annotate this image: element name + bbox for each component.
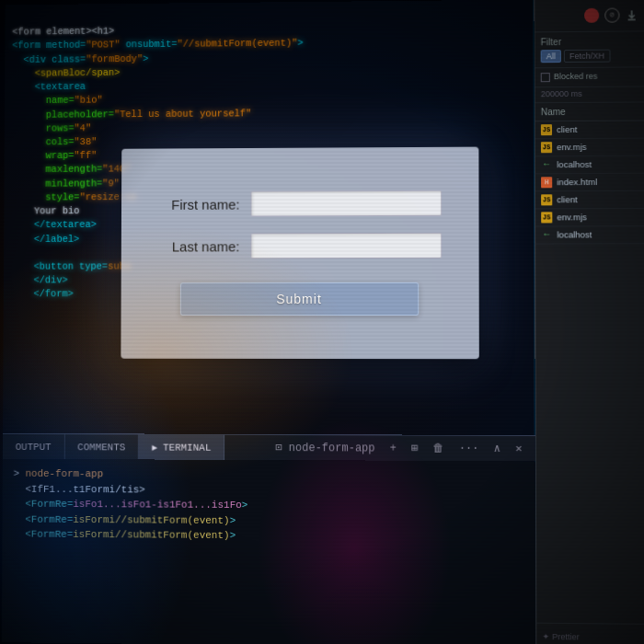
devtools-file-list: JS client JS env.mjs ← localhost H index… [535,121,644,624]
terminal-content: > node-form-app <IfF1...t1Formi/tis> <Fo… [2,459,536,644]
delete-terminal-btn[interactable]: 🗑 [429,440,447,457]
terminal-text-3c: > [242,500,248,511]
last-name-row: Last name: [157,233,442,259]
file-name: localhost [557,229,640,239]
devtools-panel: ⊘ Filter All Fetch/XH Blocked res 200000… [534,0,644,644]
file-item-client-js[interactable]: JS client [535,121,644,139]
html-icon: H [541,177,552,188]
js-icon: JS [541,124,552,135]
terminal-controls: ⊡ node-form-app + ⊞ 🗑 ··· ∧ ✕ [271,439,535,457]
last-name-input[interactable] [250,233,442,259]
split-terminal-btn[interactable]: ⊞ [408,440,421,457]
blocked-checkbox[interactable] [541,73,550,82]
terminal-text-5b: isFormi//submitForm(event) [73,529,229,541]
submit-row: Submit [157,282,442,316]
terminal-tab-bar: OUTPUT COMMENTS ▶ TERMINAL ⊡ node-form-a… [3,433,535,461]
js-icon: JS [541,212,552,223]
terminal-text: > [14,468,26,479]
prettier-label: ✦ Prettier [536,623,644,644]
file-name: client [557,194,640,204]
js-icon: JS [541,194,552,205]
name-column-header: Name [535,102,644,121]
arrow-icon: ← [541,229,552,240]
record-icon[interactable] [584,7,599,22]
comments-tab[interactable]: COMMENTS [64,434,139,459]
terminal-text-4: <FormRe= [13,513,73,524]
terminal-text-3: <FormRe= [13,499,73,510]
all-filter-pill[interactable]: All [541,50,561,63]
more-options-btn[interactable]: ··· [455,440,483,456]
blocked-label: Blocked res [554,72,598,83]
fetch-filter-pill[interactable]: Fetch/XH [564,50,610,63]
devtools-toolbar: ⊘ [535,0,644,32]
first-name-input[interactable] [250,190,442,217]
file-item-env-mjs[interactable]: JS env.mjs [535,138,644,156]
file-item-localhost-2[interactable]: ← localhost [535,226,644,244]
node-form-app-label: ⊡ node-form-app [271,439,378,457]
filter-label: Filter [541,36,640,47]
submit-button[interactable]: Submit [180,282,419,316]
web-form: First name: Last name: Submit [121,147,478,360]
terminal-tab-label: TERMINAL [163,442,211,453]
terminal-text-3b: isFo1...isFo1-is1Fo1...is1Fo [73,499,241,511]
terminal-tab[interactable]: ▶ TERMINAL [139,434,224,459]
file-item-client-js-2[interactable]: JS client [535,191,644,210]
ms-value: 200000 ms [535,86,644,103]
comments-tab-label: COMMENTS [77,442,125,453]
terminal-app-name: node-form-app [26,468,104,479]
blocked-row: Blocked res [535,67,644,87]
filter-section: Filter All Fetch/XH [535,31,644,68]
filter-pills: All Fetch/XH [541,49,640,63]
close-terminal-btn[interactable]: ✕ [512,440,525,457]
file-name: env.mjs [557,212,640,222]
terminal-text-4b: isFormi//submitForm(event) [73,513,229,525]
file-name: index.html [557,177,640,187]
first-name-label: First name: [157,196,239,212]
last-name-label: Last name: [157,238,239,254]
file-item-localhost[interactable]: ← localhost [535,155,644,174]
prettier-text: ✦ Prettier [542,632,579,642]
terminal-text-5c: > [230,530,236,541]
monitor-wrapper: <form element><h1> <form method="POST" o… [2,0,644,644]
add-terminal-btn[interactable]: + [386,440,400,456]
ban-icon[interactable]: ⊘ [604,7,619,22]
editor-area: <form element><h1> <form method="POST" o… [2,0,536,644]
arrow-icon: ← [541,159,552,170]
terminal-line-5: <FormRe=isFormi//submitForm(event)> [13,527,524,546]
terminal-icon: ▶ [152,442,157,453]
file-item-env-mjs-2[interactable]: JS env.mjs [535,209,644,226]
terminal-text-2: <IfF1...t1Formi/tis> [13,483,144,495]
expand-btn[interactable]: ∧ [490,440,504,457]
js-icon: JS [541,142,552,153]
download-icon[interactable] [626,8,638,21]
output-tab-label: OUTPUT [16,441,52,452]
terminal-text-4c: > [230,514,236,525]
terminal-text-5: <FormRe= [13,528,73,539]
first-name-row: First name: [157,190,442,217]
file-name: env.mjs [557,142,640,153]
file-item-index-html[interactable]: H index.html [535,173,644,191]
output-tab[interactable]: OUTPUT [3,434,65,459]
file-name: localhost [557,159,640,169]
file-name: client [557,124,640,135]
